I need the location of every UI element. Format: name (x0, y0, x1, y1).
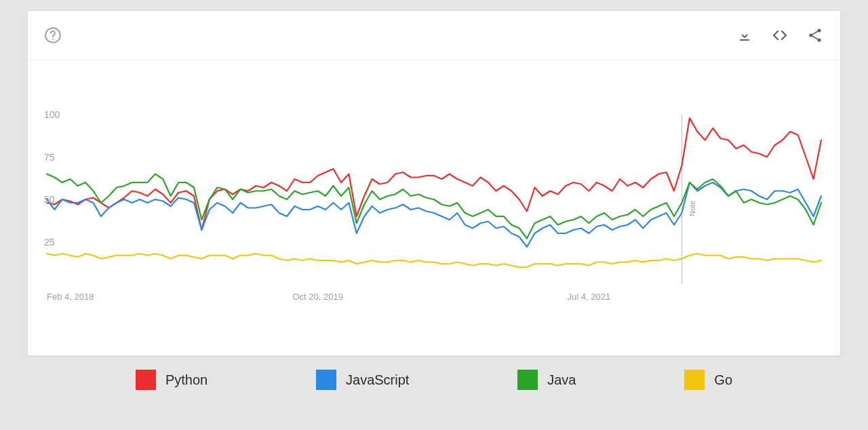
series-line-javascript (47, 182, 821, 247)
legend-swatch (684, 370, 705, 390)
x-tick-label: Jul 4, 2021 (568, 292, 611, 302)
legend-item-java: Java (517, 370, 576, 390)
help-icon[interactable] (43, 25, 63, 45)
chart-card: 255075100Feb 4, 2018Oct 20, 2019Jul 4, 2… (27, 10, 841, 356)
legend-label: Go (714, 372, 732, 388)
legend-item-python: Python (136, 370, 208, 390)
svg-point-4 (809, 33, 812, 37)
svg-point-3 (817, 28, 821, 32)
chart-toolbar (28, 11, 840, 60)
chart-lines (47, 115, 821, 284)
y-tick-label: 75 (44, 152, 55, 163)
legend-swatch (136, 370, 156, 390)
series-line-go (47, 254, 821, 267)
toolbar-right (734, 25, 825, 45)
note-label: Note (688, 201, 696, 216)
legend-swatch (316, 370, 336, 390)
legend-item-go: Go (684, 370, 732, 390)
legend-label: Java (547, 372, 576, 388)
y-tick-label: 50 (44, 194, 55, 205)
svg-rect-2 (740, 39, 749, 41)
toolbar-left (43, 25, 63, 45)
download-icon[interactable] (734, 25, 755, 45)
svg-point-5 (817, 38, 821, 41)
legend-label: Python (165, 372, 208, 388)
legend-swatch (517, 370, 538, 390)
legend-item-javascript: JavaScript (316, 370, 409, 390)
legend-label: JavaScript (346, 372, 409, 388)
code-icon[interactable] (770, 25, 790, 45)
series-line-java (47, 174, 821, 239)
plot-area: 255075100Feb 4, 2018Oct 20, 2019Jul 4, 2… (47, 115, 821, 284)
share-icon[interactable] (805, 25, 825, 45)
x-tick-label: Feb 4, 2018 (47, 292, 94, 302)
chart-legend: PythonJavaScriptJavaGo (27, 370, 841, 390)
svg-point-1 (52, 39, 54, 40)
y-tick-label: 25 (44, 237, 55, 248)
x-tick-label: Oct 20, 2019 (292, 292, 342, 302)
y-tick-label: 100 (44, 109, 60, 120)
chart-area: 255075100Feb 4, 2018Oct 20, 2019Jul 4, 2… (28, 60, 840, 298)
